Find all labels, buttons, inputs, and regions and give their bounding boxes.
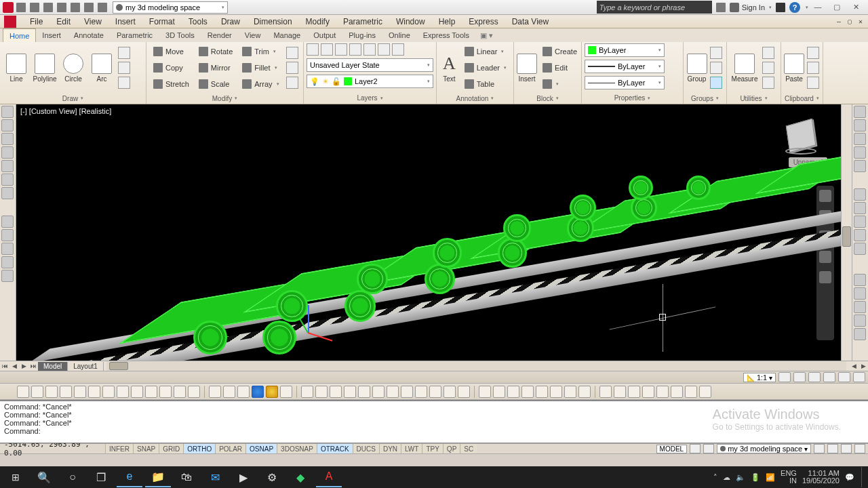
battery-icon[interactable]: 🔋 — [751, 473, 760, 482]
help-icon[interactable]: ? — [789, 2, 800, 13]
shell-icon[interactable] — [854, 243, 866, 255]
anno-visibility-icon[interactable] — [778, 372, 791, 382]
conceptual-icon[interactable] — [266, 386, 278, 398]
explode-icon[interactable] — [286, 62, 298, 74]
group-edit-icon[interactable] — [710, 62, 722, 74]
toggle-snap[interactable]: SNAP — [133, 444, 159, 453]
toggle-otrack[interactable]: OTRACK — [317, 444, 353, 453]
toggle-ducs[interactable]: DUCS — [353, 444, 379, 453]
tab-render[interactable]: Render — [201, 28, 239, 42]
hardware-icon[interactable] — [827, 444, 838, 453]
cortana-icon[interactable]: ○ — [60, 467, 85, 487]
lock-ui-icon[interactable] — [814, 444, 825, 453]
rotate-button[interactable]: Rotate — [196, 45, 235, 58]
wireframe-2d-icon[interactable] — [209, 386, 221, 398]
model-tab[interactable]: Model — [38, 362, 68, 371]
solidedit-icon[interactable] — [656, 386, 669, 398]
tab-3dtools[interactable]: 3D Tools — [159, 28, 201, 42]
new-icon[interactable] — [16, 3, 26, 12]
tab-home[interactable]: Home — [3, 28, 36, 42]
settings-icon[interactable]: ⚙ — [259, 467, 285, 487]
toggle-qp[interactable]: QP — [443, 444, 460, 453]
quick-view-layouts-icon[interactable] — [690, 444, 701, 453]
helix-icon[interactable] — [401, 386, 413, 398]
viewport-label[interactable]: [-] [Custom View] [Realistic] — [20, 107, 111, 115]
visual-style2-icon[interactable] — [854, 119, 866, 131]
solid-wedge-icon[interactable] — [1, 174, 14, 186]
camera-icon[interactable] — [854, 314, 866, 327]
text-button[interactable]: AText — [439, 43, 459, 92]
trim-button[interactable]: Trim▾ — [239, 45, 281, 58]
paste-button[interactable]: Paste — [784, 43, 804, 92]
union-icon[interactable] — [854, 188, 866, 201]
mirror-button[interactable]: Mirror — [196, 61, 235, 75]
arc-button[interactable]: Arc — [88, 43, 115, 92]
presspull2-icon[interactable] — [443, 386, 456, 398]
offset-icon[interactable] — [286, 77, 298, 89]
layer-off-icon[interactable] — [349, 43, 361, 56]
toggle-polar[interactable]: POLAR — [215, 444, 245, 453]
signin-button[interactable]: Sign In ▾ — [730, 3, 772, 12]
layout-last-icon[interactable]: ⏭ — [28, 363, 38, 369]
panel-title-draw[interactable]: Draw — [0, 94, 146, 104]
layer-prev-icon[interactable] — [392, 43, 404, 56]
menu-view[interactable]: View — [77, 16, 108, 28]
toolbar-lock-icon[interactable] — [823, 372, 835, 382]
shaded-icon[interactable] — [280, 386, 292, 398]
linetype-dropdown[interactable]: ByLayer▾ — [585, 60, 665, 73]
section-icon[interactable] — [854, 133, 866, 145]
tab-manage[interactable]: Manage — [267, 28, 307, 42]
menu-window[interactable]: Window — [389, 16, 432, 28]
scrollbar-thumb[interactable] — [842, 226, 851, 247]
thicken-icon[interactable] — [564, 386, 576, 398]
clock[interactable]: 11:01 AM19/05/2020 — [802, 470, 840, 485]
wedge-icon[interactable] — [315, 386, 328, 398]
maximize-button[interactable]: ▢ — [827, 3, 846, 12]
toggle-ortho[interactable]: ORTHO — [183, 444, 215, 453]
edit-button[interactable]: Edit — [540, 61, 580, 75]
save-icon[interactable] — [43, 3, 53, 12]
realistic-icon[interactable] — [252, 386, 264, 398]
solid-sphere-icon[interactable] — [1, 146, 14, 159]
linear-button[interactable]: Linear▾ — [462, 45, 509, 58]
lineweight-dropdown[interactable]: ByLayer▾ — [585, 76, 665, 89]
layer-current-dropdown[interactable]: 💡 ☀ 🔓 Layer2▾ — [307, 75, 433, 88]
group-bbox-icon[interactable] — [710, 77, 722, 89]
volume-icon[interactable]: 🔈 — [736, 473, 745, 482]
search-task-icon[interactable]: 🔍 — [31, 467, 57, 487]
menu-draw[interactable]: Draw — [214, 16, 247, 28]
task-view-icon[interactable]: ❐ — [88, 467, 114, 487]
toggle-lwt[interactable]: LWT — [401, 444, 422, 453]
media-player-icon[interactable]: ▶ — [231, 467, 256, 487]
tab-overflow-icon[interactable]: ▣ ▾ — [476, 28, 498, 42]
hscroll-thumb[interactable] — [109, 362, 128, 370]
isolate-objects-icon[interactable] — [853, 372, 865, 382]
hidden-icon[interactable] — [237, 386, 250, 398]
tab-view[interactable]: View — [239, 28, 268, 42]
subtract2-icon[interactable] — [521, 386, 534, 398]
layer-freeze-icon[interactable] — [335, 43, 347, 56]
stretch-button[interactable]: Stretch — [151, 77, 192, 91]
ellipse-icon[interactable] — [118, 62, 130, 74]
cone-icon[interactable] — [330, 386, 342, 398]
extrude2-icon[interactable] — [429, 386, 441, 398]
ucs-named-icon[interactable] — [188, 386, 200, 398]
loft2-icon[interactable] — [493, 386, 505, 398]
rectangle-icon[interactable] — [118, 47, 130, 59]
file-explorer-icon[interactable]: 📁 — [145, 467, 171, 487]
menu-data-view[interactable]: Data View — [505, 16, 555, 28]
imprint-icon[interactable] — [854, 229, 866, 241]
lights-icon[interactable] — [854, 301, 866, 313]
tab-plugins[interactable]: Plug-ins — [342, 28, 382, 42]
sweep-icon[interactable] — [1, 256, 14, 268]
box-icon[interactable] — [301, 386, 313, 398]
toggle-3dosnap[interactable]: 3DOSNAP — [277, 444, 317, 453]
id-point-icon[interactable] — [762, 77, 774, 89]
store-icon[interactable]: 🛍 — [174, 467, 199, 487]
command-window[interactable]: Command: *Cancel* Command: *Cancel* Comm… — [0, 400, 868, 443]
tab-insert[interactable]: Insert — [36, 28, 68, 42]
saveas-icon[interactable] — [57, 3, 66, 12]
edge-icon[interactable]: e — [117, 467, 142, 487]
hardware-accel-icon[interactable] — [838, 372, 850, 382]
toggle-sc[interactable]: SC — [460, 444, 477, 453]
